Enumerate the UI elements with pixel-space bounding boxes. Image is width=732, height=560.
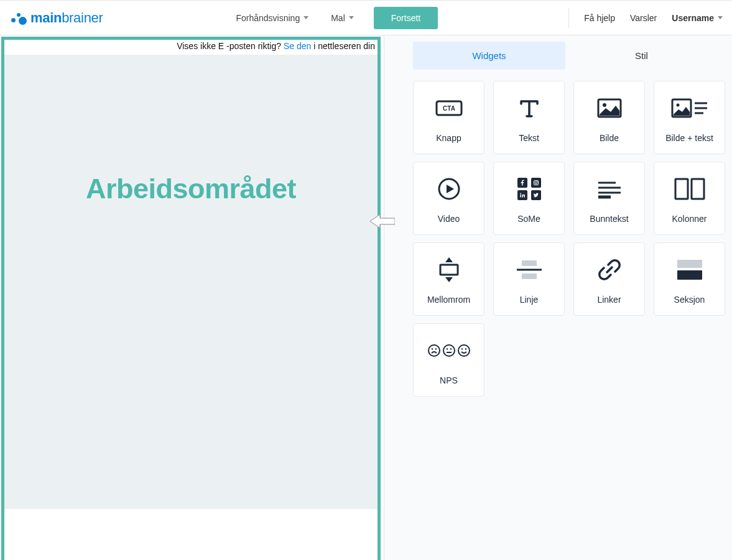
widget-label: Mellomrom <box>427 295 470 305</box>
columns-icon <box>674 173 705 205</box>
svg-text:CTA: CTA <box>443 105 455 112</box>
svg-rect-29 <box>677 260 702 268</box>
divider <box>568 8 569 28</box>
workspace-dropzone[interactable]: Arbeidsområdet <box>4 55 378 509</box>
image-text-icon <box>671 92 708 124</box>
template-dropdown[interactable]: Mal <box>328 9 356 27</box>
alerts-link[interactable]: Varsler <box>630 13 657 23</box>
widget-label: Kolonner <box>672 214 707 224</box>
preview-label: Forhåndsvisning <box>236 13 300 23</box>
svg-point-14 <box>537 181 537 181</box>
footer-lines-icon <box>597 173 622 205</box>
video-play-icon <box>437 173 461 205</box>
email-canvas[interactable]: Vises ikke E -posten riktig? Se den i ne… <box>1 37 381 560</box>
widget-image-text[interactable]: Bilde + tekst <box>654 81 725 154</box>
header-center-nav: Forhåndsvisning Mal Fortsett <box>233 7 438 29</box>
template-label: Mal <box>331 13 345 23</box>
svg-point-40 <box>465 348 466 349</box>
svg-point-6 <box>676 104 679 107</box>
svg-point-39 <box>461 348 462 349</box>
widget-text[interactable]: Tekst <box>493 81 565 154</box>
username-dropdown[interactable]: Username <box>672 13 723 23</box>
svg-rect-15 <box>520 195 521 198</box>
widget-section[interactable]: Seksjon <box>654 242 725 316</box>
widget-button[interactable]: CTA Knapp <box>413 81 484 154</box>
widget-line[interactable]: Linje <box>493 242 565 316</box>
svg-marker-11 <box>447 185 454 193</box>
logo-icon <box>9 9 27 27</box>
svg-rect-24 <box>440 265 458 275</box>
tab-style[interactable]: Stil <box>565 42 718 70</box>
svg-rect-28 <box>522 273 537 279</box>
svg-point-16 <box>520 193 521 195</box>
svg-point-33 <box>435 348 436 349</box>
widget-label: Bunntekst <box>590 214 628 224</box>
svg-point-36 <box>450 348 451 349</box>
preview-dropdown[interactable]: Forhåndsvisning <box>233 9 311 27</box>
logo-text: mainbrainer <box>30 10 103 26</box>
preview-text-after: i nettleseren din <box>311 41 375 51</box>
widget-footer[interactable]: Bunntekst <box>573 162 645 235</box>
widget-label: Tekst <box>519 133 539 143</box>
svg-rect-26 <box>522 260 537 266</box>
widget-links[interactable]: Linker <box>573 242 645 316</box>
image-icon <box>597 92 622 124</box>
widget-label: Seksjon <box>674 295 705 305</box>
svg-point-4 <box>603 103 606 107</box>
sidebar-tabs: Widgets Stil <box>413 42 718 70</box>
main-content: Vises ikke E -posten riktig? Se den i ne… <box>0 35 732 560</box>
widget-label: Bilde + tekst <box>665 133 713 143</box>
widget-label: Linje <box>520 295 539 305</box>
svg-marker-0 <box>370 214 395 228</box>
svg-rect-30 <box>677 270 702 280</box>
username-label: Username <box>672 13 714 23</box>
link-chain-icon <box>597 254 622 286</box>
svg-point-13 <box>535 181 537 184</box>
preview-text-before: Vises ikke E -posten riktig? <box>177 41 284 51</box>
line-divider-icon <box>516 254 543 286</box>
social-media-icon <box>517 173 541 205</box>
widget-label: Video <box>438 214 460 224</box>
svg-point-34 <box>443 345 455 356</box>
widget-label: NPS <box>440 375 458 385</box>
svg-marker-23 <box>445 257 453 262</box>
widget-nps[interactable]: NPS <box>413 323 484 397</box>
widget-label: Bilde <box>600 133 619 143</box>
view-in-browser-link[interactable]: Se den <box>284 41 311 51</box>
svg-rect-22 <box>692 179 704 199</box>
widget-label: SoMe <box>517 214 540 224</box>
widget-columns[interactable]: Kolonner <box>654 162 725 235</box>
spacing-icon <box>437 254 461 286</box>
workspace-title: Arbeidsområdet <box>4 173 378 205</box>
header-right-nav: Få hjelp Varsler Username <box>568 8 723 28</box>
widget-label: Linker <box>597 295 621 305</box>
caret-down-icon <box>349 16 354 19</box>
caret-down-icon <box>303 16 308 19</box>
section-icon <box>676 254 703 286</box>
widget-spacing[interactable]: Mellomrom <box>413 242 484 316</box>
svg-marker-25 <box>445 277 453 282</box>
text-icon <box>517 92 541 124</box>
tab-widgets[interactable]: Widgets <box>413 42 565 70</box>
svg-point-32 <box>431 348 432 349</box>
drag-arrow-icon <box>370 213 395 232</box>
widget-sidebar: Widgets Stil CTA Knapp Tekst <box>384 35 732 560</box>
svg-rect-21 <box>675 179 688 199</box>
widget-label: Knapp <box>436 133 461 143</box>
widget-video[interactable]: Video <box>413 162 484 235</box>
widget-grid: CTA Knapp Tekst Bilde <box>413 81 725 397</box>
app-header: mainbrainer Forhåndsvisning Mal Fortsett… <box>0 1 732 35</box>
help-link[interactable]: Få hjelp <box>584 13 615 23</box>
cta-button-icon: CTA <box>435 92 463 124</box>
logo[interactable]: mainbrainer <box>9 9 103 27</box>
email-preview-line: Vises ikke E -posten riktig? Se den i ne… <box>4 40 378 53</box>
caret-down-icon <box>718 16 723 19</box>
canvas-wrapper: Vises ikke E -posten riktig? Se den i ne… <box>0 35 384 560</box>
nps-faces-icon <box>427 334 471 367</box>
svg-point-38 <box>458 345 470 356</box>
svg-point-31 <box>429 345 440 356</box>
widget-some[interactable]: SoMe <box>493 162 565 235</box>
svg-point-35 <box>446 348 447 349</box>
widget-image[interactable]: Bilde <box>573 81 645 154</box>
continue-button[interactable]: Fortsett <box>374 7 438 29</box>
